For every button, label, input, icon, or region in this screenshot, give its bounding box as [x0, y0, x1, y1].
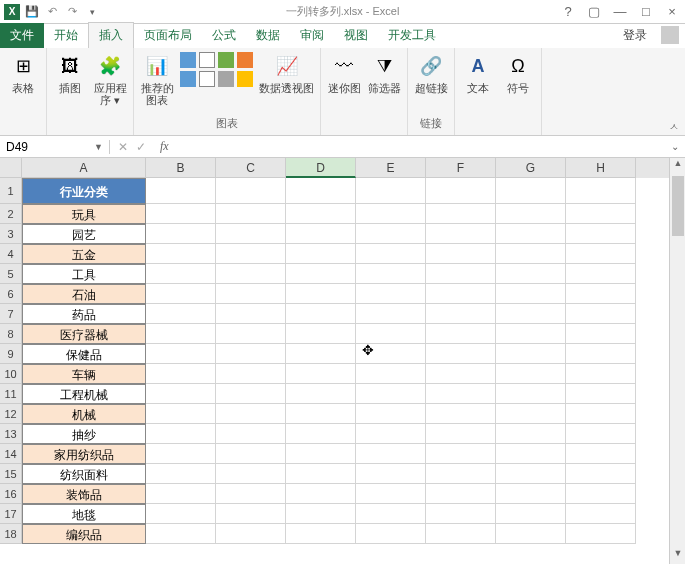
- col-header-F[interactable]: F: [426, 158, 496, 178]
- row-header[interactable]: 3: [0, 224, 22, 244]
- fx-icon[interactable]: fx: [154, 139, 175, 154]
- col-header-G[interactable]: G: [496, 158, 566, 178]
- save-icon[interactable]: 💾: [24, 4, 40, 20]
- cell[interactable]: [496, 364, 566, 384]
- row-header[interactable]: 5: [0, 264, 22, 284]
- apps-button[interactable]: 🧩应用程 序 ▾: [93, 52, 127, 106]
- cell[interactable]: [426, 304, 496, 324]
- cell[interactable]: [426, 204, 496, 224]
- symbols-button[interactable]: Ω符号: [501, 52, 535, 94]
- cell[interactable]: [426, 484, 496, 504]
- row-header[interactable]: 9: [0, 344, 22, 364]
- cell[interactable]: [566, 524, 636, 544]
- cell[interactable]: [356, 464, 426, 484]
- cell[interactable]: [146, 364, 216, 384]
- row-headers[interactable]: 123456789101112131415161718: [0, 178, 22, 544]
- cell[interactable]: [286, 178, 356, 204]
- cell[interactable]: [216, 178, 286, 204]
- row-header[interactable]: 2: [0, 204, 22, 224]
- cell[interactable]: [286, 204, 356, 224]
- enter-icon[interactable]: ✓: [136, 140, 146, 154]
- cell[interactable]: [146, 204, 216, 224]
- cell[interactable]: [146, 524, 216, 544]
- cell[interactable]: [496, 224, 566, 244]
- cell[interactable]: [566, 284, 636, 304]
- cell[interactable]: [146, 444, 216, 464]
- cell[interactable]: [566, 344, 636, 364]
- cell[interactable]: [146, 504, 216, 524]
- cell[interactable]: [566, 424, 636, 444]
- cell[interactable]: [426, 284, 496, 304]
- cell[interactable]: [356, 424, 426, 444]
- cell[interactable]: [426, 344, 496, 364]
- cell[interactable]: [496, 444, 566, 464]
- cell[interactable]: 地毯: [22, 504, 146, 524]
- cell[interactable]: [146, 424, 216, 444]
- cell[interactable]: [216, 284, 286, 304]
- cell[interactable]: [566, 404, 636, 424]
- cell[interactable]: [216, 384, 286, 404]
- scroll-up-icon[interactable]: ▲: [670, 158, 685, 174]
- cell[interactable]: [216, 364, 286, 384]
- cell[interactable]: [566, 384, 636, 404]
- cell[interactable]: [566, 224, 636, 244]
- cell[interactable]: [356, 364, 426, 384]
- cell[interactable]: [356, 484, 426, 504]
- hyperlink-button[interactable]: 🔗超链接: [414, 52, 448, 94]
- col-header-A[interactable]: A: [22, 158, 146, 178]
- cell[interactable]: [496, 304, 566, 324]
- col-header-B[interactable]: B: [146, 158, 216, 178]
- cell[interactable]: [496, 424, 566, 444]
- cell[interactable]: [426, 404, 496, 424]
- row-header[interactable]: 13: [0, 424, 22, 444]
- sparklines-button[interactable]: 〰迷你图: [327, 52, 361, 94]
- cell[interactable]: [146, 264, 216, 284]
- cell[interactable]: [496, 524, 566, 544]
- cell[interactable]: [356, 224, 426, 244]
- cell[interactable]: [496, 324, 566, 344]
- cell[interactable]: 园艺: [22, 224, 146, 244]
- cell[interactable]: [286, 344, 356, 364]
- row-header[interactable]: 4: [0, 244, 22, 264]
- row-header[interactable]: 7: [0, 304, 22, 324]
- user-icon[interactable]: [661, 26, 679, 44]
- cell[interactable]: [146, 284, 216, 304]
- cell[interactable]: [356, 324, 426, 344]
- cell[interactable]: [566, 304, 636, 324]
- cell[interactable]: [286, 504, 356, 524]
- col-header-H[interactable]: H: [566, 158, 636, 178]
- cell[interactable]: [216, 224, 286, 244]
- cell[interactable]: [426, 384, 496, 404]
- cell[interactable]: [216, 404, 286, 424]
- cell[interactable]: 玩具: [22, 204, 146, 224]
- maximize-icon[interactable]: □: [637, 4, 655, 19]
- row-header[interactable]: 12: [0, 404, 22, 424]
- cell[interactable]: [286, 304, 356, 324]
- redo-icon[interactable]: ↷: [64, 4, 80, 20]
- cell[interactable]: 家用纺织品: [22, 444, 146, 464]
- illustrations-button[interactable]: 🖼插图: [53, 52, 87, 94]
- cell[interactable]: [216, 524, 286, 544]
- cell[interactable]: 药品: [22, 304, 146, 324]
- cell[interactable]: 行业分类: [22, 178, 146, 204]
- cell[interactable]: [286, 524, 356, 544]
- row-header[interactable]: 1: [0, 178, 22, 204]
- cell[interactable]: [356, 284, 426, 304]
- cell[interactable]: [356, 404, 426, 424]
- row-header[interactable]: 10: [0, 364, 22, 384]
- cell[interactable]: [496, 284, 566, 304]
- close-icon[interactable]: ×: [663, 4, 681, 19]
- cell[interactable]: [146, 344, 216, 364]
- cell[interactable]: [216, 244, 286, 264]
- cell[interactable]: [216, 484, 286, 504]
- cell[interactable]: [426, 264, 496, 284]
- cell[interactable]: [286, 404, 356, 424]
- row-header[interactable]: 17: [0, 504, 22, 524]
- name-box[interactable]: D49 ▼: [0, 140, 110, 154]
- login-link[interactable]: 登录: [615, 23, 655, 48]
- cell[interactable]: [216, 424, 286, 444]
- cell[interactable]: [216, 464, 286, 484]
- recommended-charts-button[interactable]: 📊推荐的 图表: [140, 52, 174, 106]
- cell[interactable]: 编织品: [22, 524, 146, 544]
- cell[interactable]: [496, 504, 566, 524]
